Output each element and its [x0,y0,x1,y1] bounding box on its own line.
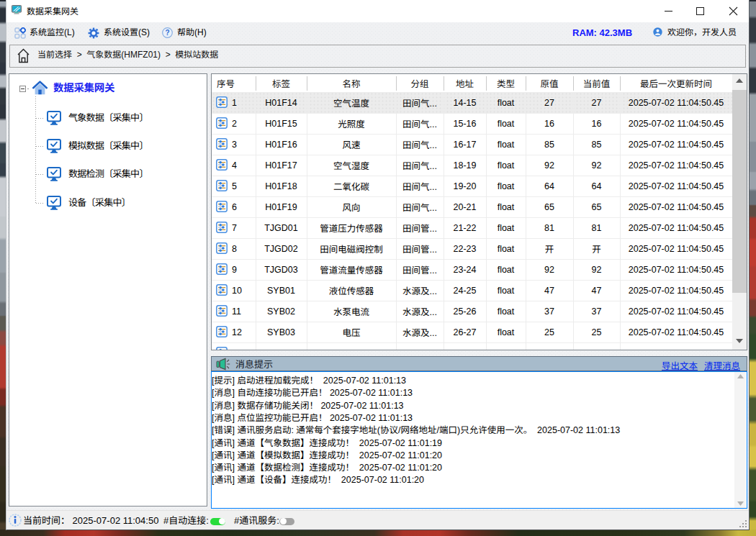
svg-text:?: ? [165,29,169,37]
